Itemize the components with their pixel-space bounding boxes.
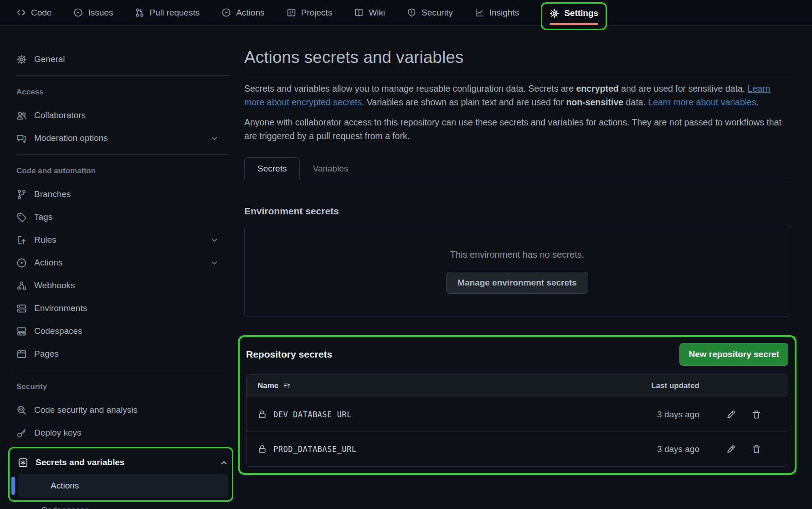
sidebar-item-label: Secrets and variables: [36, 457, 124, 467]
sidebar-item-secrets-and-variables[interactable]: Secrets and variables: [18, 451, 228, 474]
environment-empty-message: This environment has no secrets.: [450, 249, 585, 260]
sort-ascending-icon: [283, 382, 291, 390]
sidebar-item-collaborators[interactable]: Collaborators: [16, 104, 219, 127]
sidebar-item-label: Pages: [34, 349, 59, 359]
codescan-icon: [16, 405, 27, 416]
table-row-dev-database-url: DEV_DATABASE_URL 3 days ago: [247, 397, 788, 431]
secret-name-cell: PROD_DATABASE_URL: [257, 444, 604, 454]
sidebar-divider: [16, 370, 229, 370]
rules-icon: [16, 235, 27, 245]
column-header-last-updated: Last updated: [604, 381, 699, 390]
sidebar-item-label: Code security and analysis: [34, 405, 138, 415]
tab-projects[interactable]: Projects: [287, 8, 333, 18]
tab-wiki[interactable]: Wiki: [354, 8, 385, 18]
comment-discussion-icon: [16, 133, 27, 144]
tab-security[interactable]: Security: [407, 8, 453, 18]
chevron-down-icon: [210, 236, 219, 244]
sidebar-divider: [16, 154, 229, 155]
sidebar-item-label: Codespaces: [34, 326, 82, 336]
settings-content: Actions secrets and variables Secrets an…: [244, 26, 790, 475]
sidebar-item-actions[interactable]: Actions: [16, 251, 219, 274]
git-pull-request-icon: [135, 8, 144, 17]
tab-insights[interactable]: Insights: [475, 8, 519, 18]
repo-tab-bar: Code Issues Pull requests Actions Projec…: [0, 0, 812, 26]
sidebar-subitem-actions-active[interactable]: Actions: [18, 474, 228, 498]
table-header-row: Name Last updated: [247, 375, 788, 397]
intro-bold-encrypted: encrypted: [576, 83, 618, 93]
sidebar-item-label: Moderation options: [34, 133, 108, 143]
secret-name: PROD_DATABASE_URL: [273, 445, 357, 454]
sidebar-subitem-codespaces[interactable]: Codespaces: [16, 502, 219, 509]
edit-pencil-icon[interactable]: [726, 410, 736, 420]
sidebar-item-label: General: [34, 54, 65, 64]
sidebar-section-access: Access: [16, 88, 235, 99]
sidebar-item-rules[interactable]: Rules: [16, 229, 219, 251]
column-header-name-sort[interactable]: Name: [257, 381, 604, 390]
tab-label: Security: [421, 8, 453, 18]
sidebar-item-label: Environments: [34, 303, 87, 313]
tab-variables[interactable]: Variables: [300, 158, 361, 180]
key-icon: [16, 428, 27, 438]
row-actions: [699, 410, 777, 420]
chevron-up-icon: [220, 458, 228, 467]
lock-icon: [257, 410, 267, 419]
secret-last-updated: 3 days ago: [604, 410, 699, 420]
sidebar-item-general[interactable]: General: [16, 48, 219, 71]
sidebar-item-codespaces[interactable]: Codespaces: [16, 320, 219, 343]
play-circle-icon: [16, 258, 27, 268]
gear-icon: [550, 9, 559, 18]
sidebar-section-code-and-automation: Code and automation: [16, 166, 235, 177]
sidebar-item-pages[interactable]: Pages: [16, 343, 219, 365]
sidebar-item-webhooks[interactable]: Webhooks: [16, 274, 219, 297]
tab-secrets-active[interactable]: Secrets: [244, 157, 300, 180]
browser-icon: [16, 349, 27, 359]
chevron-down-icon: [210, 134, 219, 143]
tab-code[interactable]: Code: [16, 8, 51, 18]
webhook-icon: [16, 280, 27, 291]
repository-secrets-header: Repository secrets New repository secret: [246, 343, 788, 366]
intro-bold-non-sensitive: non-sensitive: [566, 97, 623, 107]
row-actions: [699, 444, 777, 454]
tab-pull-requests[interactable]: Pull requests: [135, 8, 200, 18]
page-title: Actions secrets and variables: [244, 47, 790, 68]
sidebar-item-code-security-and-analysis[interactable]: Code security and analysis: [16, 399, 219, 421]
sidebar-item-label: Collaborators: [34, 110, 86, 120]
sidebar-item-tags[interactable]: Tags: [16, 206, 219, 229]
tab-label: Insights: [489, 8, 519, 18]
intro-paragraph-2: Anyone with collaborator access to this …: [244, 115, 790, 143]
intro-text: data.: [623, 97, 648, 107]
repository-secrets-table: Name Last updated DEV_DATABASE_URL 3 day…: [246, 374, 788, 467]
asterisk-box-icon: [18, 457, 28, 468]
new-repository-secret-button[interactable]: New repository secret: [679, 343, 788, 366]
people-icon: [16, 110, 27, 121]
edit-pencil-icon[interactable]: [726, 444, 736, 454]
secrets-variables-tabs: Secrets Variables: [244, 157, 790, 180]
github-settings-page: Code Issues Pull requests Actions Projec…: [0, 0, 812, 509]
sidebar-item-label: Branches: [34, 189, 71, 199]
sidebar-item-label: Actions: [34, 258, 62, 268]
delete-trash-icon[interactable]: [751, 410, 761, 420]
tab-actions[interactable]: Actions: [221, 8, 264, 18]
tab-label: Actions: [236, 8, 264, 18]
manage-environment-secrets-button[interactable]: Manage environment secrets: [446, 272, 588, 294]
sidebar-section-security: Security: [16, 382, 235, 393]
secret-name-cell: DEV_DATABASE_URL: [257, 410, 604, 419]
sidebar-item-deploy-keys[interactable]: Deploy keys: [16, 421, 219, 444]
git-branch-icon: [16, 189, 27, 200]
sidebar-divider: [16, 75, 229, 76]
sidebar-item-environments[interactable]: Environments: [16, 297, 219, 320]
link-learn-more-variables[interactable]: Learn more about variables: [648, 97, 756, 107]
lock-icon: [257, 444, 267, 454]
tab-label: Code: [31, 8, 51, 18]
tab-settings-active[interactable]: Settings: [550, 8, 598, 18]
delete-trash-icon[interactable]: [751, 444, 761, 454]
intro-text: . Variables are shown as plain text and …: [362, 97, 566, 107]
sidebar-item-branches[interactable]: Branches: [16, 183, 219, 206]
title-divider: [244, 75, 790, 75]
shield-icon: [407, 8, 416, 17]
sidebar-item-moderation-options[interactable]: Moderation options: [16, 127, 219, 150]
sidebar-item-label: Webhooks: [34, 280, 75, 291]
tab-issues[interactable]: Issues: [73, 8, 113, 18]
active-tab-underline: [550, 23, 598, 25]
intro-text: Secrets and variables allow you to manag…: [244, 83, 576, 93]
